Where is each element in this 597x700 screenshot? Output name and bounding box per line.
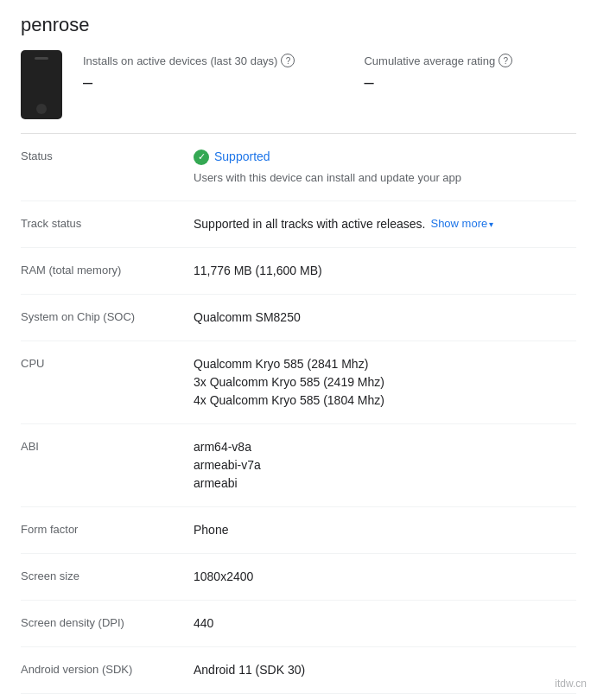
installs-stat: Installs on active devices (last 30 days…	[83, 54, 295, 92]
info-row-screen_size: Screen size1080x2400	[21, 554, 576, 601]
watermark: itdw.cn	[555, 678, 587, 690]
device-image	[21, 50, 62, 119]
cpu-line-0: Qualcomm Kryo 585 (2841 Mhz)	[194, 355, 576, 373]
value-android_version: Android 11 (SDK 30)	[194, 661, 576, 679]
label-track_status: Track status	[21, 215, 194, 230]
installs-label: Installs on active devices (last 30 days…	[83, 54, 295, 67]
label-screen_size: Screen size	[21, 568, 194, 582]
abi-line-0: arm64-v8a	[194, 438, 576, 456]
cpu-line-1: 3x Qualcomm Kryo 585 (2419 Mhz)	[194, 373, 576, 391]
device-header: Installs on active devices (last 30 days…	[21, 50, 576, 134]
info-row-abi: ABIarm64-v8aarmeabi-v7aarmeabi	[21, 424, 576, 507]
label-form_factor: Form factor	[21, 521, 194, 536]
cpu-line-2: 4x Qualcomm Kryo 585 (1804 Mhz)	[194, 391, 576, 410]
info-row-android_version: Android version (SDK)Android 11 (SDK 30)	[21, 647, 576, 694]
track-status-row: Supported in all tracks with active rele…	[194, 215, 576, 233]
value-ram: 11,776 MB (11,600 MB)	[194, 262, 576, 280]
info-row-track_status: Track statusSupported in all tracks with…	[21, 201, 576, 248]
label-status: Status	[21, 148, 194, 162]
info-row-form_factor: Form factorPhone	[21, 507, 576, 554]
value-screen_size: 1080x2400	[194, 568, 576, 586]
value-soc: Qualcomm SM8250	[194, 309, 576, 327]
value-abi: arm64-v8aarmeabi-v7aarmeabi	[194, 438, 576, 493]
info-row-ram: RAM (total memory)11,776 MB (11,600 MB)	[21, 248, 576, 295]
label-screen_density: Screen density (DPI)	[21, 614, 194, 629]
label-abi: ABI	[21, 438, 194, 453]
info-row-screen_density: Screen density (DPI)440	[21, 601, 576, 647]
rating-help-icon[interactable]: ?	[499, 54, 512, 67]
value-form_factor: Phone	[194, 521, 576, 539]
device-title: penrose	[21, 14, 576, 36]
status-text: Supported	[214, 148, 270, 166]
page-container: penrose Installs on active devices (last…	[0, 0, 597, 700]
rating-value: –	[364, 73, 512, 92]
value-status: ✓SupportedUsers with this device can ins…	[194, 148, 576, 187]
info-row-soc: System on Chip (SOC)Qualcomm SM8250	[21, 295, 576, 341]
track-status-text: Supported in all tracks with active rele…	[194, 215, 425, 233]
info-table: Status✓SupportedUsers with this device c…	[21, 134, 576, 700]
chevron-down-icon: ▾	[489, 218, 493, 231]
value-screen_density: 440	[194, 614, 576, 633]
info-row-status: Status✓SupportedUsers with this device c…	[21, 134, 576, 201]
installs-help-icon[interactable]: ?	[281, 54, 295, 67]
rating-stat: Cumulative average rating ? –	[364, 54, 512, 92]
abi-line-1: armeabi-v7a	[194, 456, 576, 474]
info-row-opengl: OpenGL ES version3.2	[21, 694, 576, 701]
header-stats: Installs on active devices (last 30 days…	[83, 50, 512, 92]
abi-line-2: armeabi	[194, 474, 576, 493]
status-desc: Users with this device can install and u…	[194, 169, 576, 187]
label-cpu: CPU	[21, 355, 194, 370]
info-row-cpu: CPUQualcomm Kryo 585 (2841 Mhz)3x Qualco…	[21, 341, 576, 424]
value-cpu: Qualcomm Kryo 585 (2841 Mhz)3x Qualcomm …	[194, 355, 576, 410]
label-soc: System on Chip (SOC)	[21, 309, 194, 323]
check-circle-icon: ✓	[194, 150, 209, 165]
status-supported-line: ✓Supported	[194, 148, 576, 166]
rating-label: Cumulative average rating ?	[364, 54, 512, 67]
value-track_status: Supported in all tracks with active rele…	[194, 215, 576, 233]
label-ram: RAM (total memory)	[21, 262, 194, 277]
installs-value: –	[83, 73, 295, 92]
show-more-button[interactable]: Show more ▾	[430, 215, 493, 232]
label-android_version: Android version (SDK)	[21, 661, 194, 676]
